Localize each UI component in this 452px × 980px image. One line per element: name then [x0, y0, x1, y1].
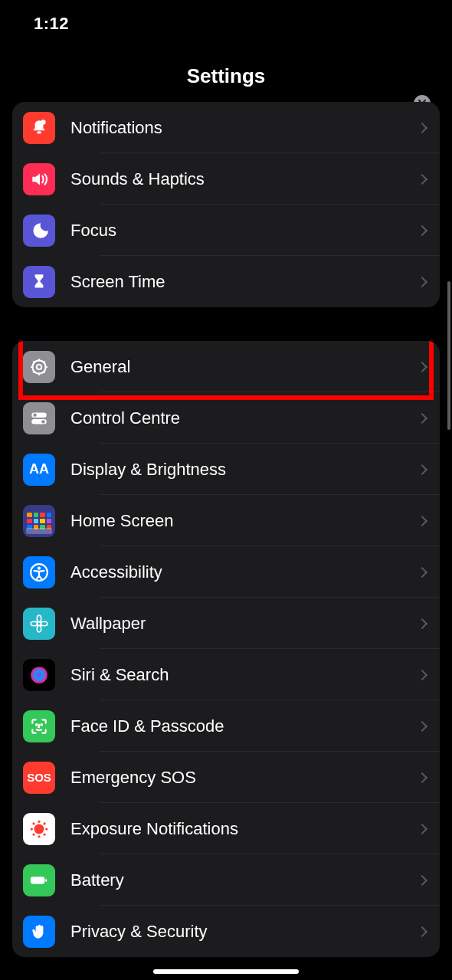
chevron-right-icon: [417, 412, 427, 423]
settings-list: Notifications Sounds & Haptics Focus Scr…: [0, 102, 452, 980]
aa-icon: AA: [23, 454, 55, 486]
bell-icon: [23, 112, 55, 144]
row-label: Display & Brightness: [70, 460, 418, 480]
row-faceid[interactable]: Face ID & Passcode: [12, 700, 440, 752]
svg-point-37: [45, 828, 47, 830]
svg-point-39: [43, 833, 45, 835]
svg-point-36: [31, 828, 33, 830]
row-accessibility[interactable]: Accessibility: [12, 546, 440, 598]
row-display[interactable]: AA Display & Brightness: [12, 444, 440, 495]
chevron-right-icon: [417, 276, 427, 287]
hourglass-icon: [23, 266, 55, 298]
chevron-right-icon: [417, 772, 427, 782]
svg-point-24: [38, 566, 41, 569]
svg-point-22: [41, 420, 44, 423]
row-focus[interactable]: Focus: [12, 205, 440, 256]
faceid-icon: [23, 710, 55, 742]
page-header: Settings: [0, 41, 452, 102]
svg-line-15: [33, 361, 34, 362]
row-label: Screen Time: [70, 272, 418, 292]
chevron-right-icon: [417, 566, 427, 577]
exposure-icon: [23, 813, 55, 845]
svg-point-32: [41, 723, 42, 725]
svg-rect-7: [37, 131, 41, 133]
row-label: Focus: [70, 221, 418, 241]
hand-icon: [23, 916, 55, 948]
row-homescreen[interactable]: Home Screen: [12, 495, 440, 546]
chevron-right-icon: [417, 173, 427, 184]
row-battery[interactable]: Battery: [12, 854, 440, 906]
chevron-right-icon: [417, 926, 427, 936]
row-label: Face ID & Passcode: [70, 716, 418, 736]
chevron-right-icon: [417, 515, 427, 526]
chevron-right-icon: [417, 823, 427, 834]
toggles-icon: [23, 402, 55, 434]
status-bar: 1:12: [0, 0, 452, 41]
scroll-indicator[interactable]: [447, 281, 450, 430]
svg-line-16: [43, 371, 44, 372]
row-siri[interactable]: Siri & Search: [12, 649, 440, 700]
gear-icon: [23, 351, 55, 383]
svg-point-35: [38, 835, 40, 837]
chevron-right-icon: [417, 618, 427, 628]
row-privacy[interactable]: Privacy & Security: [12, 906, 440, 957]
chevron-right-icon: [417, 361, 427, 372]
row-label: Exposure Notifications: [70, 819, 418, 839]
svg-point-8: [41, 120, 45, 125]
svg-point-31: [36, 723, 38, 725]
svg-rect-43: [45, 879, 47, 882]
settings-group: General Control Centre AA Display & Brig…: [12, 341, 440, 957]
svg-point-40: [32, 833, 34, 835]
flower-icon: [23, 608, 55, 640]
svg-line-18: [43, 361, 44, 362]
row-sos[interactable]: SOS Emergency SOS: [12, 752, 440, 803]
siri-icon: [23, 659, 55, 691]
row-label: Siri & Search: [70, 665, 418, 685]
row-label: Privacy & Security: [70, 922, 418, 942]
row-screentime[interactable]: Screen Time: [12, 256, 440, 307]
svg-point-41: [43, 822, 45, 824]
chevron-right-icon: [417, 464, 427, 474]
chevron-right-icon: [417, 225, 427, 235]
page-title: Settings: [0, 64, 452, 88]
row-label: Emergency SOS: [70, 768, 418, 788]
svg-point-34: [38, 820, 40, 822]
row-label: Battery: [70, 870, 418, 890]
row-general[interactable]: General: [12, 341, 440, 392]
svg-point-38: [32, 822, 34, 824]
svg-point-30: [31, 667, 47, 683]
svg-point-20: [33, 413, 36, 416]
settings-group: Notifications Sounds & Haptics Focus Scr…: [12, 102, 440, 307]
svg-point-10: [37, 364, 42, 369]
home-indicator[interactable]: [153, 969, 299, 974]
grid-icon: [23, 505, 55, 537]
row-label: Wallpaper: [70, 614, 418, 634]
row-label: Notifications: [70, 118, 418, 138]
battery-fill-icon: [23, 864, 55, 896]
row-controlcentre[interactable]: Control Centre: [12, 392, 440, 444]
chevron-right-icon: [417, 874, 427, 885]
status-indicators: [421, 17, 431, 31]
row-label: General: [70, 357, 418, 377]
status-time: 1:12: [34, 14, 69, 34]
chevron-right-icon: [417, 669, 427, 680]
svg-line-17: [33, 371, 34, 372]
row-exposure[interactable]: Exposure Notifications: [12, 803, 440, 854]
speaker-icon: [23, 163, 55, 195]
row-label: Home Screen: [70, 511, 418, 531]
chevron-right-icon: [417, 122, 427, 133]
chevron-right-icon: [417, 720, 427, 731]
row-label: Control Centre: [70, 408, 418, 428]
sos-icon: SOS: [23, 762, 55, 794]
row-sounds[interactable]: Sounds & Haptics: [12, 153, 440, 205]
row-label: Accessibility: [70, 562, 418, 582]
svg-rect-42: [31, 877, 45, 883]
row-notifications[interactable]: Notifications: [12, 102, 440, 153]
svg-point-33: [34, 824, 44, 834]
row-wallpaper[interactable]: Wallpaper: [12, 598, 440, 649]
row-label: Sounds & Haptics: [70, 169, 418, 189]
moon-icon: [23, 215, 55, 247]
person-circle-icon: [23, 556, 55, 588]
